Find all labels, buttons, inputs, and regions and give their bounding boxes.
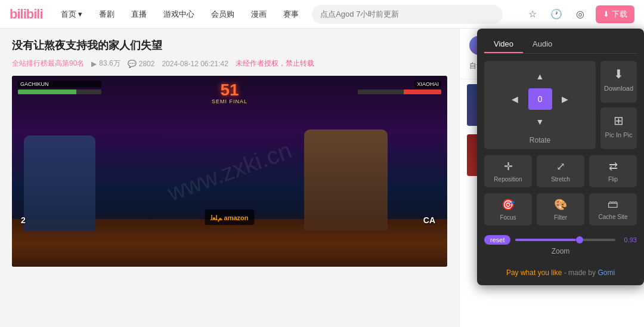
- panel-tabs: Video Audio: [484, 36, 637, 54]
- logo: bilibili: [10, 7, 43, 22]
- pay-link[interactable]: Pay what you like: [506, 269, 562, 277]
- zoom-slider-row: reset 0.93: [484, 235, 637, 245]
- stretch-label: Stretch: [551, 176, 570, 183]
- watermark: www.zxki.cn: [12, 76, 447, 267]
- reposition-icon: ✛: [504, 160, 513, 173]
- zoom-label: Zoom: [484, 247, 637, 255]
- nav-home[interactable]: 首页 ▾: [57, 9, 86, 20]
- stretch-icon: ⤢: [556, 160, 565, 173]
- cache-site-label: Cache Site: [599, 214, 628, 220]
- rotate-up-btn[interactable]: ▲: [528, 66, 552, 87]
- location-icon[interactable]: ◎: [572, 6, 589, 23]
- rotate-label: Rotate: [530, 136, 550, 144]
- rotate-empty-tl: [503, 66, 527, 87]
- rotate-grid: ▲ ◀ 0 ▶ ▼: [503, 66, 577, 132]
- focus-icon: 🎯: [501, 198, 515, 211]
- download-icon: ⬇: [603, 10, 609, 18]
- flip-label: Flip: [608, 176, 618, 183]
- made-by-text: -: [564, 269, 568, 277]
- no-copy-notice: 未经作者授权，禁止转载: [236, 58, 314, 69]
- rotate-left-btn[interactable]: ◀: [503, 88, 527, 110]
- rotate-empty-br: [553, 111, 577, 132]
- tab-audio[interactable]: Audio: [523, 36, 562, 53]
- top-row: ▲ ◀ 0 ▶ ▼ Rotate ⬇ Download: [484, 61, 637, 149]
- video-meta: 全站排行榜最高第90名 ▶ 83.6万 💬 2802 2024-08-12 06…: [12, 58, 447, 69]
- reposition-tool[interactable]: ✛ Reposition: [484, 155, 532, 187]
- rotate-empty-tr: [553, 66, 577, 87]
- author-link[interactable]: Gomi: [597, 269, 615, 277]
- cache-site-tool[interactable]: 🗃 Cache Site: [589, 193, 637, 226]
- filter-icon: 🎨: [554, 198, 567, 211]
- rotate-value-btn[interactable]: 0: [528, 88, 552, 110]
- star-icon[interactable]: ☆: [524, 6, 541, 23]
- video-player[interactable]: GACHIKUN SEMI FINAL 51 XIAOHAI: [12, 76, 447, 267]
- header-right: ☆ 🕐 ◎ ⬇ 下载: [524, 5, 634, 23]
- nav-live[interactable]: 直播: [128, 9, 150, 20]
- control-panel: Video Audio ▲ ◀ 0 ▶ ▼: [477, 29, 644, 285]
- tab-video[interactable]: Video: [484, 36, 523, 53]
- game-scene: GACHIKUN SEMI FINAL 51 XIAOHAI: [12, 76, 447, 267]
- made-by-label: made by: [568, 269, 596, 277]
- rotate-control: ▲ ◀ 0 ▶ ▼ Rotate: [484, 61, 596, 149]
- stretch-tool[interactable]: ⤢ Stretch: [537, 155, 584, 187]
- tools-row-2: 🎯 Focus 🎨 Filter 🗃 Cache Site: [484, 193, 637, 226]
- flip-icon: ⇄: [609, 160, 618, 173]
- focus-label: Focus: [500, 214, 516, 221]
- download-label: Download: [604, 85, 633, 92]
- panel-section: ▲ ◀ 0 ▶ ▼ Rotate ⬇ Download: [484, 61, 637, 278]
- zoom-slider[interactable]: [515, 239, 615, 241]
- watermark-text: www.zxki.cn: [164, 137, 295, 206]
- comment-icon: 💬: [128, 60, 137, 68]
- rotate-right-btn[interactable]: ▶: [553, 88, 577, 110]
- pip-label: Pic In Pic: [605, 131, 633, 138]
- play-icon: ▶: [91, 60, 97, 68]
- nav-shop[interactable]: 会员购: [208, 9, 238, 20]
- download-icon-panel: ⬇: [614, 67, 624, 81]
- flip-tool[interactable]: ⇄ Flip: [589, 155, 637, 187]
- cache-icon: 🗃: [608, 198, 618, 211]
- nav-drama[interactable]: 番剧: [95, 9, 118, 20]
- tools-row-1: ✛ Reposition ⤢ Stretch ⇄ Flip: [484, 155, 637, 187]
- filter-label: Filter: [554, 214, 567, 221]
- header: bilibili 首页 ▾ 番剧 直播 游戏中心 会员购 漫画 赛事 ☆ 🕐 ◎…: [0, 0, 644, 29]
- left-content: 没有让熬夜支持我的家人们失望 全站排行榜最高第90名 ▶ 83.6万 💬 280…: [0, 29, 459, 327]
- rank-badge[interactable]: 全站排行榜最高第90名: [12, 58, 84, 69]
- zoom-section: reset 0.93 Zoom: [484, 232, 637, 259]
- video-frame: GACHIKUN SEMI FINAL 51 XIAOHAI: [12, 76, 447, 267]
- search-bar[interactable]: [312, 5, 503, 24]
- comment-count: 💬 2802: [128, 60, 155, 68]
- rotate-down-btn[interactable]: ▼: [528, 111, 552, 132]
- main-content: 没有让熬夜支持我的家人们失望 全站排行榜最高第90名 ▶ 83.6万 💬 280…: [0, 29, 644, 327]
- clock-icon[interactable]: 🕐: [548, 6, 565, 23]
- video-title: 没有让熬夜支持我的家人们失望: [12, 38, 447, 53]
- nav-manga[interactable]: 漫画: [247, 9, 270, 20]
- pip-icon: ⊞: [614, 113, 624, 128]
- views-count: ▶ 83.6万: [91, 58, 120, 69]
- nav-game[interactable]: 游戏中心: [160, 9, 198, 20]
- zoom-thumb: [576, 236, 583, 243]
- focus-tool[interactable]: 🎯 Focus: [484, 193, 532, 226]
- download-button[interactable]: ⬇ 下载: [596, 5, 634, 23]
- reposition-label: Reposition: [494, 176, 522, 183]
- pay-line: Pay what you like - made by Gomi: [484, 265, 637, 278]
- pip-feature[interactable]: ⊞ Pic In Pic: [600, 107, 637, 149]
- nav-esports[interactable]: 赛事: [280, 9, 302, 20]
- rotate-empty-bl: [503, 111, 527, 132]
- download-feature[interactable]: ⬇ Download: [600, 61, 637, 103]
- publish-date: 2024-08-12 06:21:42: [162, 60, 228, 68]
- zoom-reset-btn[interactable]: reset: [484, 235, 510, 245]
- download-pip-col: ⬇ Download ⊞ Pic In Pic: [600, 61, 637, 149]
- filter-tool[interactable]: 🎨 Filter: [537, 193, 584, 226]
- search-input[interactable]: [320, 10, 494, 18]
- zoom-value: 0.93: [620, 236, 637, 243]
